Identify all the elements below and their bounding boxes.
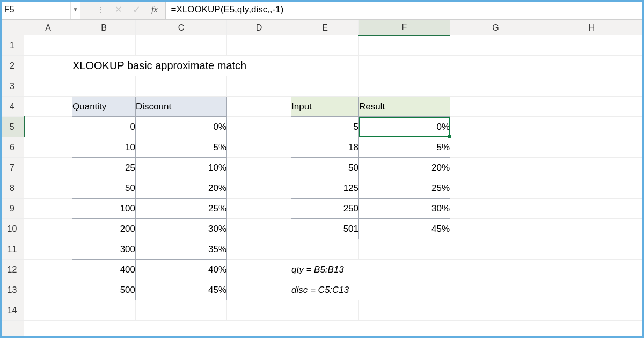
cell-C9[interactable]: 25% xyxy=(136,199,227,219)
row-header-6[interactable]: 6 xyxy=(1,137,24,158)
table2-header-result[interactable]: Result xyxy=(359,97,450,117)
table2-header-input[interactable]: Input xyxy=(291,97,359,117)
note-qty[interactable]: qty = B5:B13 xyxy=(291,260,450,280)
row-header-11[interactable]: 11 xyxy=(1,239,24,260)
row-header-2[interactable]: 2 xyxy=(1,56,24,76)
cell-D11[interactable] xyxy=(227,239,291,260)
cell-H12[interactable] xyxy=(541,260,642,280)
cell-B12[interactable]: 400 xyxy=(72,260,136,280)
cell-C6[interactable]: 5% xyxy=(136,137,227,158)
cell-D13[interactable] xyxy=(227,280,291,300)
col-header-G[interactable]: G xyxy=(450,20,541,35)
cell-C11[interactable]: 35% xyxy=(136,239,227,260)
cell-D4[interactable] xyxy=(227,97,291,117)
col-header-F[interactable]: F xyxy=(359,20,450,35)
note-disc[interactable]: disc = C5:C13 xyxy=(291,280,450,300)
cell-D7[interactable] xyxy=(227,158,291,178)
cell-H8[interactable] xyxy=(541,178,642,199)
row-header-9[interactable]: 9 xyxy=(1,199,24,219)
cancel-icon[interactable]: ✕ xyxy=(115,4,122,14)
cell-C13[interactable]: 45% xyxy=(136,280,227,300)
row-header-13[interactable]: 13 xyxy=(1,280,24,300)
cell-H14[interactable] xyxy=(541,300,642,321)
fx-icon[interactable]: fx xyxy=(151,5,158,14)
cell-F14[interactable] xyxy=(359,300,450,321)
cell-C1[interactable] xyxy=(136,35,227,56)
cell-F7[interactable]: 20% xyxy=(359,158,450,178)
cell-E5[interactable]: 5 xyxy=(291,117,359,137)
cell-C10[interactable]: 30% xyxy=(136,219,227,239)
cell-G9[interactable] xyxy=(450,199,541,219)
cell-A10[interactable] xyxy=(24,219,72,239)
cell-E9[interactable]: 250 xyxy=(291,199,359,219)
cell-F5[interactable]: 0% xyxy=(359,117,450,137)
cell-D9[interactable] xyxy=(227,199,291,219)
cell-G4[interactable] xyxy=(450,97,541,117)
cell-H1[interactable] xyxy=(541,35,642,56)
cell-G2[interactable] xyxy=(450,56,541,76)
name-box-value[interactable]: F5 xyxy=(0,0,70,19)
cell-G6[interactable] xyxy=(450,137,541,158)
title-cell[interactable]: XLOOKUP basic approximate match xyxy=(72,56,359,76)
cell-E14[interactable] xyxy=(291,300,359,321)
cell-B13[interactable]: 500 xyxy=(72,280,136,300)
row-header-10[interactable]: 10 xyxy=(1,219,24,239)
cell-H11[interactable] xyxy=(541,239,642,260)
table1-header-discount[interactable]: Discount xyxy=(136,97,227,117)
cell-H7[interactable] xyxy=(541,158,642,178)
cell-B14[interactable] xyxy=(72,300,136,321)
col-header-A[interactable]: A xyxy=(24,20,72,35)
cell-F1[interactable] xyxy=(359,35,450,56)
row-header-12[interactable]: 12 xyxy=(1,260,24,280)
cell-D6[interactable] xyxy=(227,137,291,158)
cell-C3[interactable] xyxy=(136,76,227,97)
cell-E8[interactable]: 125 xyxy=(291,178,359,199)
cell-G12[interactable] xyxy=(450,260,541,280)
cell-E7[interactable]: 50 xyxy=(291,158,359,178)
cell-F8[interactable]: 25% xyxy=(359,178,450,199)
cell-H3[interactable] xyxy=(541,76,642,97)
cell-B10[interactable]: 200 xyxy=(72,219,136,239)
cell-B1[interactable] xyxy=(72,35,136,56)
row-header-5[interactable]: 5 xyxy=(1,117,24,137)
row-header-1[interactable]: 1 xyxy=(1,35,24,56)
cell-D3[interactable] xyxy=(227,76,291,97)
cell-G11[interactable] xyxy=(450,239,541,260)
cell-G10[interactable] xyxy=(450,219,541,239)
row-header-7[interactable]: 7 xyxy=(1,158,24,178)
cell-C14[interactable] xyxy=(136,300,227,321)
cell-A1[interactable] xyxy=(24,35,72,56)
cell-A8[interactable] xyxy=(24,178,72,199)
worksheet-grid[interactable]: A B C D E F G H 1 2 XLOOKUP basic approx… xyxy=(0,19,644,338)
col-header-D[interactable]: D xyxy=(227,20,291,35)
row-header-4[interactable]: 4 xyxy=(1,97,24,117)
cell-F3[interactable] xyxy=(359,76,450,97)
cell-G8[interactable] xyxy=(450,178,541,199)
row-header-8[interactable]: 8 xyxy=(1,178,24,199)
cell-G1[interactable] xyxy=(450,35,541,56)
cell-B6[interactable]: 10 xyxy=(72,137,136,158)
cell-B9[interactable]: 100 xyxy=(72,199,136,219)
cell-C12[interactable]: 40% xyxy=(136,260,227,280)
cell-B11[interactable]: 300 xyxy=(72,239,136,260)
cell-F9[interactable]: 30% xyxy=(359,199,450,219)
cell-A3[interactable] xyxy=(24,76,72,97)
cell-E1[interactable] xyxy=(291,35,359,56)
cell-C7[interactable]: 10% xyxy=(136,158,227,178)
more-icon[interactable]: ⋮ xyxy=(97,5,104,14)
col-header-B[interactable]: B xyxy=(72,20,136,35)
cell-H2[interactable] xyxy=(541,56,642,76)
cell-C5[interactable]: 0% xyxy=(136,117,227,137)
formula-input[interactable]: =XLOOKUP(E5,qty,disc,,-1) xyxy=(165,0,644,19)
cell-E11[interactable] xyxy=(291,239,359,260)
cell-D14[interactable] xyxy=(227,300,291,321)
table1-header-quantity[interactable]: Quantity xyxy=(72,97,136,117)
row-header-3[interactable]: 3 xyxy=(1,76,24,97)
cell-D8[interactable] xyxy=(227,178,291,199)
cell-B8[interactable]: 50 xyxy=(72,178,136,199)
cell-A2[interactable] xyxy=(24,56,72,76)
cell-B3[interactable] xyxy=(72,76,136,97)
cell-G7[interactable] xyxy=(450,158,541,178)
cell-H4[interactable] xyxy=(541,97,642,117)
cell-A11[interactable] xyxy=(24,239,72,260)
